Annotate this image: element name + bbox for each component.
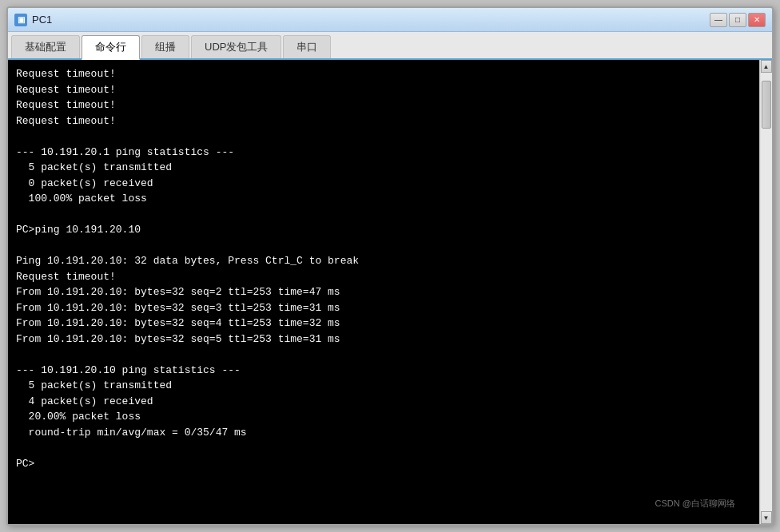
content-area: Request timeout! Request timeout! Reques… bbox=[8, 60, 772, 524]
scrollbar: ▲ ▼ bbox=[759, 60, 772, 524]
tab-command-line[interactable]: 命令行 bbox=[82, 35, 140, 60]
title-bar: ▣ PC1 — □ ✕ bbox=[8, 8, 772, 32]
window-controls: — □ ✕ bbox=[710, 13, 766, 27]
tab-bar: 基础配置 命令行 组播 UDP发包工具 串口 bbox=[8, 32, 772, 60]
scroll-up-button[interactable]: ▲ bbox=[761, 60, 772, 73]
window-title: PC1 bbox=[32, 14, 52, 26]
main-window: ▣ PC1 — □ ✕ 基础配置 命令行 组播 UDP发包工具 串口 Reque… bbox=[6, 6, 774, 526]
scroll-track[interactable] bbox=[761, 73, 772, 511]
tab-basic-config[interactable]: 基础配置 bbox=[11, 35, 80, 58]
title-bar-left: ▣ PC1 bbox=[14, 14, 52, 26]
terminal-output[interactable]: Request timeout! Request timeout! Reques… bbox=[8, 60, 759, 524]
scroll-thumb[interactable] bbox=[762, 81, 771, 129]
minimize-button[interactable]: — bbox=[710, 13, 727, 27]
icon-text: ▣ bbox=[18, 15, 25, 24]
tab-udp-tool[interactable]: UDP发包工具 bbox=[191, 35, 281, 58]
terminal-wrapper: Request timeout! Request timeout! Reques… bbox=[8, 60, 759, 524]
window-icon: ▣ bbox=[14, 14, 27, 26]
scroll-down-button[interactable]: ▼ bbox=[761, 511, 772, 524]
close-button[interactable]: ✕ bbox=[748, 13, 766, 27]
maximize-button[interactable]: □ bbox=[729, 13, 746, 27]
tab-multicast[interactable]: 组播 bbox=[141, 35, 189, 58]
tab-serial[interactable]: 串口 bbox=[283, 35, 331, 58]
